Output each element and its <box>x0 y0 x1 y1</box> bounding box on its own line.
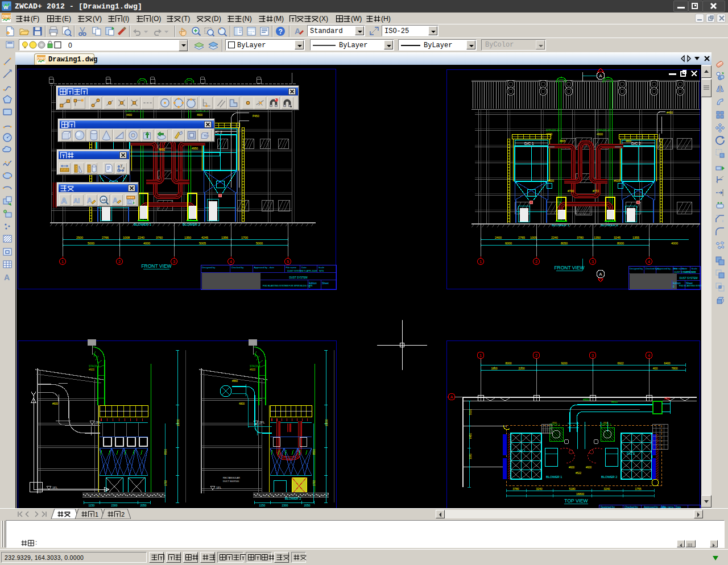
svg-text:FRONT VIEW: FRONT VIEW <box>554 265 584 271</box>
svg-text:7800: 7800 <box>671 367 677 370</box>
svg-text:#600: #600 <box>614 179 620 182</box>
svg-text:DWG: DWG <box>2 14 11 18</box>
svg-text:D/C 2: D/C 2 <box>627 452 635 455</box>
svg-text:2240: 2240 <box>551 236 558 239</box>
svg-text:1FL: 1FL <box>52 486 57 489</box>
svg-text:FRONT VIEW: FRONT VIEW <box>141 263 171 269</box>
svg-text:2765: 2765 <box>518 236 525 239</box>
svg-text:2240: 2240 <box>138 236 144 239</box>
svg-text:3: 3 <box>173 260 175 264</box>
svg-text:#800: #800 <box>603 421 609 424</box>
svg-text:4400: 4400 <box>126 114 133 117</box>
svg-text:#600: #600 <box>569 466 575 469</box>
svg-text:1: 1 <box>479 354 482 358</box>
svg-text:A: A <box>4 273 10 282</box>
svg-text:DUST SYSTEM: DUST SYSTEM <box>680 277 698 280</box>
svg-text:1350: 1350 <box>594 236 601 239</box>
svg-text:STACK 2: STACK 2 <box>597 128 610 132</box>
svg-text:STACK 2: STACK 2 <box>250 365 260 368</box>
svg-text:#850: #850 <box>664 397 671 400</box>
svg-text:1005: 1005 <box>530 236 537 239</box>
svg-text:3240: 3240 <box>603 487 610 491</box>
svg-text:4245: 4245 <box>201 236 208 239</box>
svg-text:DWG: DWG <box>38 56 47 60</box>
svg-text:Sheet: Sheet <box>686 282 693 285</box>
svg-text:RECTANGULAR: RECTANGULAR <box>223 476 240 479</box>
svg-text:A: A <box>87 197 92 205</box>
svg-text:3: 3 <box>592 354 594 358</box>
svg-text:6000: 6000 <box>505 242 512 245</box>
svg-text:1: 1 <box>95 511 98 518</box>
svg-text:5: 5 <box>287 260 289 264</box>
svg-text:1355: 1355 <box>632 236 639 239</box>
svg-text:1762: 1762 <box>164 480 167 486</box>
svg-text:6922: 6922 <box>617 362 623 365</box>
svg-text:2300: 2300 <box>282 504 288 507</box>
svg-text:16800: 16800 <box>576 492 584 496</box>
svg-text:#600: #600 <box>586 466 592 469</box>
svg-text:BLOWER 1: BLOWER 1 <box>546 475 562 479</box>
svg-text:#850: #850 <box>583 398 589 401</box>
svg-text:P450: P450 <box>253 114 259 118</box>
svg-text:1: 1 <box>479 260 482 264</box>
svg-text:Sheet: Sheet <box>322 282 329 285</box>
svg-text:3240: 3240 <box>536 487 542 491</box>
svg-text:2050: 2050 <box>140 504 146 507</box>
svg-text:File name: File name <box>286 266 297 269</box>
svg-text:1008: 1008 <box>123 236 130 239</box>
svg-text:4800: 4800 <box>626 140 632 143</box>
svg-text:A: A <box>61 196 67 205</box>
svg-text:3245: 3245 <box>614 236 621 239</box>
svg-text:#600: #600 <box>250 368 256 371</box>
svg-text:STACK 1: STACK 1 <box>89 365 100 368</box>
svg-text:BLOWER 2: BLOWER 2 <box>601 475 617 479</box>
svg-text:x: x <box>123 166 125 170</box>
svg-text:4950: 4950 <box>192 147 198 150</box>
svg-text:Designed by: Designed by <box>202 266 216 269</box>
svg-text:AI: AI <box>73 197 80 204</box>
svg-text:4000: 4000 <box>671 242 678 245</box>
svg-text:D/C 2: D/C 2 <box>631 142 641 146</box>
svg-text:Checked by: Checked by <box>231 266 244 269</box>
svg-text:1150: 1150 <box>259 504 266 507</box>
svg-text:1150: 1150 <box>89 504 95 507</box>
svg-text:9-APR-2009: 9-APR-2009 <box>304 269 317 272</box>
svg-text:5000: 5000 <box>256 242 263 245</box>
svg-text:2766: 2766 <box>102 236 109 239</box>
svg-text:4: 4 <box>230 260 232 264</box>
svg-text:1356: 1356 <box>221 236 228 239</box>
svg-text:4: 4 <box>648 354 650 358</box>
svg-text:Approved by - date: Approved by - date <box>254 266 275 269</box>
svg-text:Date: Date <box>682 267 688 270</box>
svg-text:4600: 4600 <box>197 114 203 117</box>
svg-text:5005: 5005 <box>199 242 206 245</box>
svg-text:#450: #450 <box>667 111 673 114</box>
svg-text:13500: 13500 <box>177 419 180 426</box>
svg-text:Date: Date <box>301 266 307 269</box>
svg-text:#700: #700 <box>568 189 574 193</box>
svg-text:6400: 6400 <box>664 362 670 365</box>
svg-text:3080: 3080 <box>469 453 472 459</box>
svg-text:Scale: Scale <box>691 267 697 270</box>
svg-text:3760: 3760 <box>156 236 163 239</box>
svg-text:2: 2 <box>121 511 125 518</box>
svg-text:8000: 8000 <box>505 362 511 365</box>
svg-text:DUST SYSTEM: DUST SYSTEM <box>289 276 308 279</box>
svg-text:#850: #850 <box>611 400 618 404</box>
svg-text:#522: #522 <box>576 472 582 475</box>
svg-text:#772: #772 <box>593 189 599 193</box>
svg-text:13500: 13500 <box>325 419 328 426</box>
svg-text:D/C 1: D/C 1 <box>524 142 534 146</box>
svg-text:8500: 8500 <box>313 448 316 455</box>
svg-text:A: A <box>599 272 602 277</box>
svg-text:5180: 5180 <box>569 487 575 491</box>
svg-text:A: A <box>450 395 453 399</box>
svg-text:5000: 5000 <box>469 409 472 415</box>
svg-text:8050: 8050 <box>561 242 568 245</box>
svg-text:#600: #600 <box>548 179 554 182</box>
svg-text:DUCT 600X500: DUCT 600X500 <box>223 480 239 483</box>
svg-text:#600: #600 <box>89 368 95 371</box>
svg-text:NTS: NTS <box>691 271 696 273</box>
svg-text:9200: 9200 <box>561 362 567 365</box>
svg-text:4850: 4850 <box>159 148 165 151</box>
